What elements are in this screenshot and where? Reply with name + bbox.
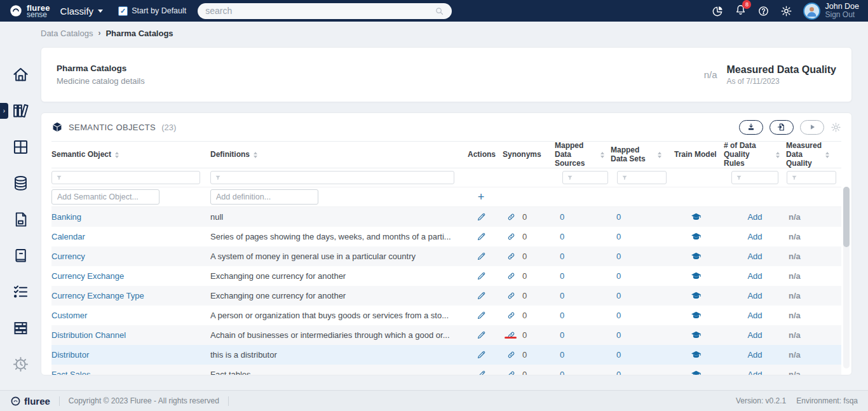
column-mapped-data-sources[interactable]: Mapped Data Sources — [555, 142, 611, 168]
add-rule-link[interactable]: Add — [747, 271, 762, 281]
sidebar-item-tables[interactable] — [0, 138, 41, 156]
filter-mapped-data-sources[interactable] — [562, 171, 608, 184]
train-model-icon[interactable] — [691, 271, 702, 281]
gear-clock-icon — [12, 356, 29, 373]
sort-icon[interactable] — [254, 152, 257, 158]
table-row: Customer A person or organization that b… — [51, 306, 841, 325]
filter-mapped-data-sets[interactable] — [617, 171, 667, 184]
topbar-actions: 8 John Doe Sign Out — [712, 3, 859, 20]
edit-pencil-icon[interactable] — [477, 232, 486, 241]
sign-out-link[interactable]: Sign Out — [825, 11, 859, 19]
add-rule-link[interactable]: Add — [747, 252, 762, 261]
semantic-object-link[interactable]: Customer — [51, 311, 87, 320]
user-menu[interactable]: John Doe Sign Out — [803, 3, 859, 20]
train-model-icon[interactable] — [691, 310, 702, 321]
column-mapped-data-sets[interactable]: Mapped Data Sets — [611, 146, 668, 164]
column-semantic-object[interactable]: Semantic Object — [51, 151, 210, 159]
semantic-object-link[interactable]: Distribution Channel — [51, 330, 126, 340]
global-search — [198, 3, 452, 19]
link-icon[interactable] — [506, 271, 516, 281]
add-rule-link[interactable]: Add — [747, 330, 762, 340]
link-icon[interactable] — [506, 291, 516, 300]
settings-gear-icon[interactable] — [831, 122, 841, 133]
edit-pencil-icon[interactable] — [477, 212, 486, 222]
search-icon[interactable] — [435, 6, 444, 16]
import-button[interactable] — [770, 120, 794, 135]
train-model-icon[interactable] — [691, 212, 702, 222]
semantic-object-link[interactable]: Calendar — [51, 232, 85, 241]
sidebar-item-servers[interactable] — [0, 320, 41, 337]
start-by-default-checkbox[interactable]: ✓ — [118, 6, 128, 16]
semantic-object-link[interactable]: Distributor — [51, 350, 89, 360]
sort-icon[interactable] — [600, 152, 604, 158]
link-icon[interactable] — [506, 232, 516, 241]
link-icon[interactable] — [506, 252, 516, 261]
train-model-icon[interactable] — [691, 231, 702, 242]
sidebar-item-documents[interactable] — [0, 211, 41, 228]
column-label: Measured Data Quality — [786, 142, 822, 168]
breadcrumb-data-catalogs[interactable]: Data Catalogs — [41, 29, 93, 38]
run-button[interactable] — [800, 120, 824, 135]
column-measured-quality[interactable]: Measured Data Quality — [786, 142, 835, 168]
filter-measured-quality[interactable] — [787, 171, 836, 184]
add-rule-link[interactable]: Add — [747, 350, 762, 360]
download-button[interactable] — [739, 120, 763, 135]
vertical-scrollbar-thumb[interactable] — [843, 187, 850, 247]
add-rule-link[interactable]: Add — [747, 212, 762, 222]
add-semantic-object-input[interactable] — [51, 189, 159, 205]
sort-icon[interactable] — [776, 152, 780, 158]
sort-icon[interactable] — [825, 152, 829, 158]
train-model-icon[interactable] — [691, 349, 702, 360]
notifications[interactable]: 8 — [735, 4, 747, 18]
edit-pencil-icon[interactable] — [477, 330, 486, 340]
semantic-object-link[interactable]: Currency — [51, 252, 85, 261]
train-model-icon[interactable] — [691, 330, 702, 340]
sidebar-item-home[interactable] — [0, 66, 41, 83]
sidebar-item-catalogs[interactable]: › — [0, 102, 41, 119]
filter-dq-rules[interactable] — [731, 171, 778, 184]
link-icon[interactable] — [506, 370, 516, 375]
train-model-icon[interactable] — [691, 369, 702, 375]
edit-pencil-icon[interactable] — [477, 291, 486, 300]
gear-icon[interactable] — [780, 5, 792, 17]
semantic-object-link[interactable]: Currency Exchange — [51, 271, 124, 281]
filter-definitions[interactable] — [210, 171, 454, 184]
add-rule-link[interactable]: Add — [747, 370, 762, 375]
fluree-sense-logo[interactable]: fluree sense — [9, 4, 50, 18]
edit-pencil-icon[interactable] — [477, 311, 486, 320]
catalog-info: Pharma Catalogs Medicine catalog details — [57, 64, 145, 86]
sidebar-item-journal[interactable] — [0, 247, 41, 264]
sort-icon[interactable] — [115, 152, 119, 158]
add-definition-input[interactable] — [210, 189, 318, 205]
sidebar-item-jobs[interactable] — [0, 356, 41, 373]
sidebar-item-rules[interactable] — [0, 283, 41, 300]
add-rule-link[interactable]: Add — [747, 291, 762, 300]
classify-menu[interactable]: Classify — [60, 6, 104, 17]
edit-pencil-icon[interactable] — [477, 370, 486, 375]
search-input[interactable] — [205, 6, 421, 16]
link-icon[interactable] — [506, 311, 516, 320]
column-definitions[interactable]: Definitions — [210, 151, 465, 159]
add-rule-link[interactable]: Add — [747, 311, 762, 320]
semantic-object-link[interactable]: Fact Sales — [51, 370, 90, 375]
pie-chart-icon[interactable] — [712, 5, 724, 17]
edit-pencil-icon[interactable] — [477, 271, 486, 281]
edit-pencil-icon[interactable] — [477, 350, 486, 360]
sort-icon[interactable] — [658, 152, 661, 158]
measured-quality-value: n/a — [786, 291, 835, 300]
filter-semantic-object[interactable] — [51, 171, 200, 184]
add-rule-link[interactable]: Add — [747, 232, 762, 241]
train-model-icon[interactable] — [691, 290, 702, 301]
train-model-icon[interactable] — [691, 251, 702, 262]
add-button[interactable]: + — [465, 191, 498, 203]
help-icon[interactable] — [757, 5, 770, 17]
sidebar-item-data-sources[interactable] — [0, 175, 41, 192]
link-icon[interactable] — [506, 350, 516, 360]
column-dq-rules[interactable]: # of Data Quality Rules — [724, 142, 786, 168]
link-icon[interactable] — [506, 212, 516, 222]
edit-pencil-icon[interactable] — [477, 252, 486, 261]
vertical-scrollbar-track[interactable] — [843, 187, 850, 368]
link-icon[interactable] — [506, 330, 516, 340]
semantic-object-link[interactable]: Currency Exchange Type — [51, 291, 144, 300]
semantic-object-link[interactable]: Banking — [51, 212, 81, 222]
